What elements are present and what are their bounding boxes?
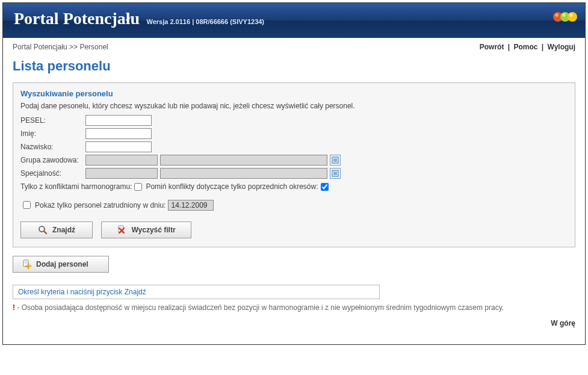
scroll-top-link[interactable]: W górę bbox=[551, 319, 575, 327]
app-title: Portal Potencjału bbox=[14, 9, 140, 28]
info-box: Określ kryteria i naciśnij przycisk Znaj… bbox=[13, 285, 380, 299]
pesel-input[interactable] bbox=[85, 115, 152, 126]
skip-prev-label: Pomiń konflikty dotyczące tylko poprzedn… bbox=[146, 182, 318, 191]
legend-text: - Osoba posiadająca dostępność w miejscu… bbox=[15, 303, 504, 312]
conflict-checkbox[interactable] bbox=[134, 183, 142, 191]
specjalnosc-name-input[interactable] bbox=[160, 168, 327, 179]
imie-input[interactable] bbox=[85, 128, 152, 139]
list-icon bbox=[332, 170, 339, 177]
grupa-name-input[interactable] bbox=[160, 155, 327, 166]
skip-prev-checkbox[interactable] bbox=[321, 183, 329, 191]
find-button-label: Znajdź bbox=[52, 226, 75, 234]
page-title: Lista personelu bbox=[13, 58, 575, 74]
pesel-label: PESEL: bbox=[20, 116, 85, 125]
app-version: Wersja 2.0116 | 08R/66666 (SIVY1234) bbox=[147, 18, 265, 25]
breadcrumb: Portal Potencjału >> Personel bbox=[13, 43, 108, 51]
specjalnosc-label: Specjalność: bbox=[20, 169, 85, 178]
add-personnel-button[interactable]: Dodaj personel bbox=[13, 256, 109, 273]
add-personnel-label: Dodaj personel bbox=[36, 260, 88, 268]
clear-icon bbox=[117, 225, 126, 235]
nazwisko-input[interactable] bbox=[85, 141, 152, 152]
conflict-label: Tylko z konfliktami harmonogramu: bbox=[20, 182, 132, 191]
svg-line-15 bbox=[44, 231, 46, 234]
nazwisko-label: Nazwisko: bbox=[20, 143, 85, 151]
svg-point-5 bbox=[569, 13, 573, 17]
specjalnosc-code-input[interactable] bbox=[85, 168, 158, 179]
add-icon bbox=[22, 259, 31, 269]
clear-filter-button[interactable]: Wyczyść filtr bbox=[101, 222, 191, 238]
grupa-code-input[interactable] bbox=[85, 155, 158, 166]
find-button[interactable]: Znajdź bbox=[20, 222, 93, 238]
search-description: Podaj dane pesonelu, który chcesz wyszuk… bbox=[20, 102, 568, 110]
clear-filter-label: Wyczyść filtr bbox=[131, 226, 175, 234]
only-date-checkbox[interactable] bbox=[23, 201, 31, 209]
search-heading: Wyszukiwanie personelu bbox=[20, 89, 568, 98]
legend-note: ! - Osoba posiadająca dostępność w miejs… bbox=[13, 303, 575, 313]
grupa-lookup-button[interactable] bbox=[330, 155, 341, 166]
help-link[interactable]: Pomoc bbox=[513, 43, 537, 51]
only-date-label: Pokaż tylko personel zatrudniony w dniu: bbox=[35, 201, 166, 209]
svg-point-1 bbox=[555, 13, 559, 17]
svg-point-4 bbox=[568, 12, 577, 22]
logout-link[interactable]: Wyloguj bbox=[548, 43, 575, 51]
magnifier-icon bbox=[38, 225, 48, 235]
grupa-label: Grupa zawodowa: bbox=[20, 156, 85, 164]
only-date-input[interactable] bbox=[168, 200, 214, 211]
imie-label: Imię: bbox=[20, 129, 85, 138]
logo-balls-icon bbox=[551, 9, 578, 26]
top-links: Powrót | Pomoc | Wyloguj bbox=[480, 43, 575, 51]
back-link[interactable]: Powrót bbox=[480, 43, 504, 51]
list-icon bbox=[332, 157, 339, 164]
svg-point-3 bbox=[562, 13, 566, 17]
specjalnosc-lookup-button[interactable] bbox=[330, 168, 341, 179]
search-panel: Wyszukiwanie personelu Podaj dane pesone… bbox=[13, 82, 575, 247]
app-header: Portal Potencjału Wersja 2.0116 | 08R/66… bbox=[3, 3, 585, 38]
